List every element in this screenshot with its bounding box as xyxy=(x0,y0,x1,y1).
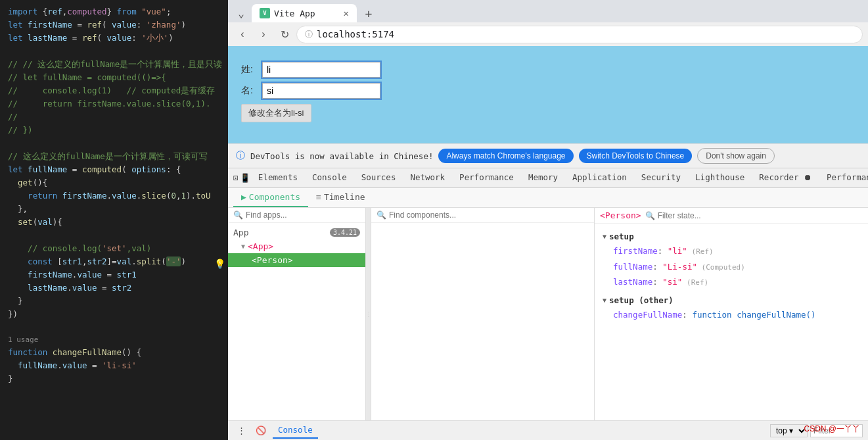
notify-text: DevTools is now available in Chinese! xyxy=(250,151,433,161)
code-line-17: set(val){ xyxy=(0,216,228,229)
browser-tab-active[interactable]: V Vite App ✕ xyxy=(252,4,357,22)
devtools-inspect-btn[interactable]: ⊡ xyxy=(233,170,239,186)
reload-btn[interactable]: ↻ xyxy=(275,25,294,43)
setup-other-label: setup (other) xyxy=(609,295,674,305)
state-panel: <Person> 🔍 ▼ setup xyxy=(595,208,868,420)
code-line-4 xyxy=(0,45,228,58)
setup-label: setup xyxy=(609,232,634,241)
state-lastname: lastName: "si" (Ref) xyxy=(603,274,860,290)
tree-app-version: 3.4.21 xyxy=(330,228,360,237)
state-changefullname: changeFullName: function changeFullName(… xyxy=(603,307,860,322)
firstname-type: (Ref) xyxy=(687,247,714,256)
components-search-bar: 🔍 xyxy=(371,208,594,223)
info-icon: ⓘ xyxy=(236,150,245,162)
tree-person-tag: <Person> xyxy=(252,255,293,265)
code-line-21: firstName.value = str1 xyxy=(0,268,228,281)
apps-search-bar: 🔍 xyxy=(228,208,365,223)
tab-title: Vite App xyxy=(274,9,340,18)
state-filter: 🔍 xyxy=(645,211,863,220)
subtab-components[interactable]: ▶ Components xyxy=(233,188,308,207)
switch-chinese-btn[interactable]: Switch DevTools to Chinese xyxy=(579,149,693,163)
vue-icon: ▶ xyxy=(241,192,246,202)
console-clear-btn[interactable]: 🚫 xyxy=(253,423,269,439)
name-input[interactable] xyxy=(262,83,380,99)
tab-console[interactable]: Console xyxy=(306,168,354,187)
forward-btn[interactable]: › xyxy=(254,25,273,43)
setup-other-section-title: ▼ setup (other) xyxy=(603,295,860,305)
code-line-27: function changeFullName() { xyxy=(0,346,228,359)
tab-perf-insights[interactable]: Performance insights » xyxy=(820,168,868,187)
devtools-main-content: 🔍 App 3.4.21 ▼ <App xyxy=(228,208,868,420)
fullname-type: (Computed) xyxy=(697,263,745,272)
devtools-responsive-btn[interactable]: 📱 xyxy=(240,170,250,186)
tree-arrow-app: ▼ xyxy=(241,243,245,250)
resize-handle[interactable]: ⋮ xyxy=(366,208,371,420)
console-tab[interactable]: Console xyxy=(273,422,318,439)
new-tab-btn[interactable]: + xyxy=(359,4,378,22)
tab-network[interactable]: Network xyxy=(403,168,451,187)
always-match-btn[interactable]: Always match Chrome's language xyxy=(438,149,573,163)
tab-security[interactable]: Security xyxy=(635,168,687,187)
code-line-11 xyxy=(0,137,228,150)
code-line-23: } xyxy=(0,295,228,308)
tab-memory[interactable]: Memory xyxy=(522,168,564,187)
name-label: 名: xyxy=(241,85,257,97)
code-line-28: fullName.value = 'li-si' xyxy=(0,359,228,372)
tab-elements[interactable]: Elements xyxy=(252,168,304,187)
name-row: 名: xyxy=(241,83,855,99)
tree-item-person[interactable]: <Person> xyxy=(228,253,365,267)
vue-subtab-bar: ▶ Components ≡ Timeline xyxy=(228,188,868,208)
url-text: localhost:5174 xyxy=(317,29,394,39)
tab-application[interactable]: Application xyxy=(566,168,633,187)
console-options-btn[interactable]: ⋮ xyxy=(233,423,249,439)
console-level-select[interactable]: top ▾ xyxy=(770,424,808,437)
code-line-3: let lastName = ref( value: '小小') xyxy=(0,32,228,45)
devtools-notify-bar: ⓘ DevTools is now available in Chinese! … xyxy=(228,143,868,168)
tab-sources[interactable]: Sources xyxy=(355,168,403,187)
dont-show-btn[interactable]: Don't show again xyxy=(697,148,775,164)
code-line-7: // console.log(1) // computed是有缓存 xyxy=(0,84,228,97)
search-icon-apps: 🔍 xyxy=(233,210,243,220)
state-content: ▼ setup firstName: "li" (Ref) fullName: … xyxy=(595,224,868,420)
search-icon-components: 🔍 xyxy=(377,210,386,220)
tab-close-btn[interactable]: ✕ xyxy=(344,8,349,18)
setup-other-arrow: ▼ xyxy=(603,297,606,304)
address-bar: ‹ › ↻ ⓘ localhost:5174 xyxy=(228,22,868,46)
console-filter-input[interactable] xyxy=(810,424,863,437)
code-line-14: get(){ xyxy=(0,176,228,189)
setup-arrow: ▼ xyxy=(603,233,606,240)
components-search-input[interactable] xyxy=(389,210,589,220)
tab-lighthouse[interactable]: Lighthouse xyxy=(689,168,751,187)
tree-item-app[interactable]: App 3.4.21 xyxy=(228,226,365,239)
state-fullname: fullName: "Li-si" (Computed) xyxy=(603,259,860,275)
code-line-20: const [str1,str2]=val.split('-')💡 xyxy=(0,255,228,268)
code-line-9: // xyxy=(0,110,228,124)
code-line-18 xyxy=(0,229,228,242)
code-line-22: lastName.value = str2 xyxy=(0,281,228,295)
state-person-label: <Person> xyxy=(600,210,641,220)
tab-performance[interactable]: Performance xyxy=(453,168,520,187)
subtab-timeline[interactable]: ≡ Timeline xyxy=(308,188,373,207)
lastname-type: (Ref) xyxy=(682,278,708,287)
back-btn[interactable]: ‹ xyxy=(233,25,252,43)
lastname-key: lastName xyxy=(613,277,652,287)
url-bar[interactable]: ⓘ localhost:5174 xyxy=(296,26,863,43)
browser-menu-btn[interactable]: ⌄ xyxy=(233,4,249,22)
tab-recorder[interactable]: Recorder ⏺ xyxy=(752,168,819,187)
lastname-val: "si" xyxy=(662,277,682,287)
firstname-key: firstName xyxy=(613,246,658,256)
components-tree-panel: 🔍 App 3.4.21 ▼ <App xyxy=(228,208,366,420)
fullname-val: "Li-si" xyxy=(662,262,697,272)
modify-btn[interactable]: 修改全名为li-si xyxy=(241,104,311,122)
apps-search-input[interactable] xyxy=(246,210,360,220)
firstname-val: "li" xyxy=(668,246,687,256)
tree-app-tag: <App> xyxy=(248,241,273,251)
surname-input[interactable] xyxy=(262,62,380,78)
code-line-2: let firstName = ref( value: 'zhang') xyxy=(0,18,228,32)
code-line-24: }) xyxy=(0,308,228,321)
tree-item-app-component[interactable]: ▼ <App> xyxy=(228,239,365,253)
state-filter-input[interactable] xyxy=(658,211,756,220)
code-line-29: } xyxy=(0,372,228,385)
tree-app-label: App xyxy=(233,228,248,237)
code-line-13: let fullName = computed( options: { xyxy=(0,163,228,176)
